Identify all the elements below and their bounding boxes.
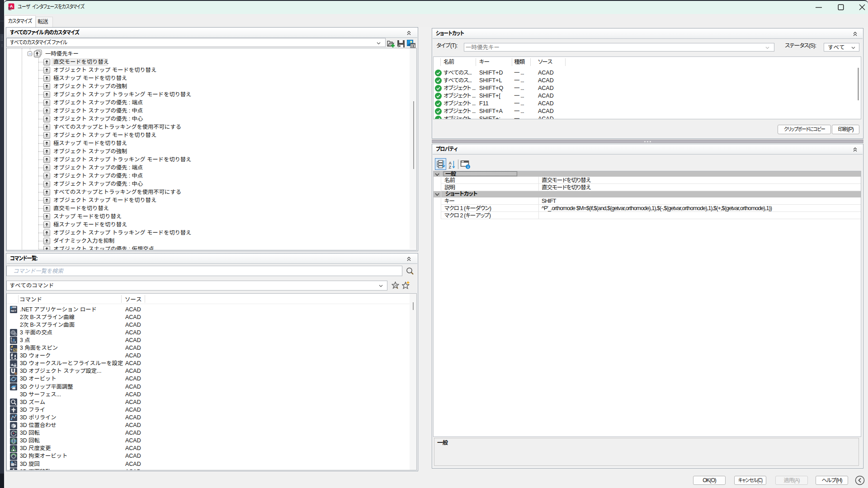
svg-text:3: 3 bbox=[13, 338, 15, 342]
svg-text:NET: NET bbox=[11, 310, 16, 312]
svg-text:Z: Z bbox=[449, 165, 452, 169]
svg-text:A: A bbox=[10, 4, 13, 9]
svg-text:CAD: CAD bbox=[9, 9, 12, 10]
svg-text:A: A bbox=[449, 161, 452, 165]
